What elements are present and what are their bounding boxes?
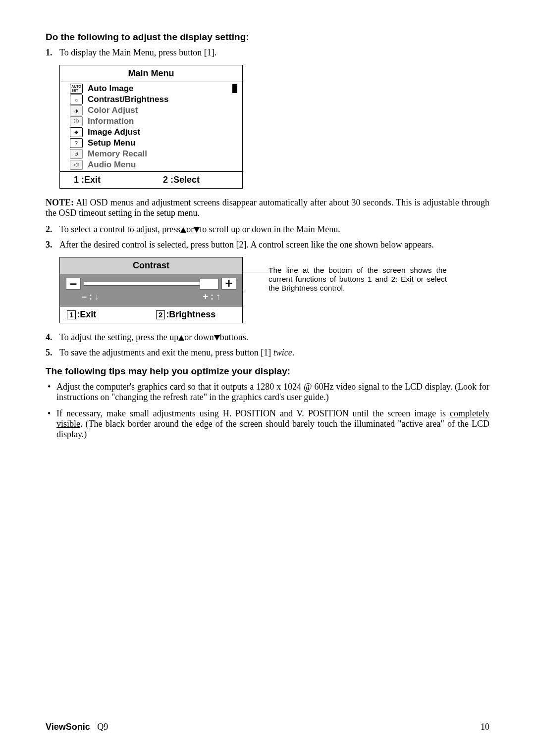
auto-set-icon: AUTOSET — [70, 84, 83, 94]
image-adjust-icon: ✥ — [70, 127, 83, 137]
contrast-title: Contrast — [60, 257, 242, 274]
step-4-text-a: To adjust the setting, press the up — [59, 332, 178, 342]
minus-icon: – — [66, 278, 81, 290]
menu-item-image-adjust: ✥ Image Adjust — [70, 127, 242, 138]
tip-1-text: Adjust the computer's graphics card so t… — [56, 382, 489, 402]
menu-label: Auto Image — [88, 84, 134, 94]
step-1-num: 1. — [46, 48, 53, 58]
contrast-footer: 1:Exit 2:Brightness — [60, 306, 242, 323]
info-icon: ⓘ — [70, 116, 83, 126]
step-2: 2. To select a control to adjust, presso… — [46, 224, 489, 235]
page-footer: ViewSonic Q9 10 — [46, 722, 489, 732]
exit-label: :Exit — [77, 309, 96, 319]
menu-label: Contrast/Brightness — [88, 95, 168, 104]
footer-select: 2 :Select — [143, 175, 232, 185]
step-5-num: 5. — [46, 348, 53, 358]
callout-text: The line at the bottom of the screen sho… — [268, 266, 447, 293]
menu-label: Audio Menu — [88, 160, 136, 170]
menu-label: Information — [88, 116, 134, 126]
step-2-text-a: To select a control to adjust, press — [59, 224, 180, 234]
step-3-num: 3. — [46, 240, 53, 250]
contrast-footer-exit: 1:Exit — [67, 309, 146, 320]
triangle-up-icon — [180, 227, 186, 233]
footer-exit: 1 :Exit — [74, 175, 143, 185]
color-icon: ⬗ — [70, 105, 83, 115]
footer-page: 10 — [481, 722, 489, 732]
step-3: 3. After the desired control is selected… — [46, 240, 489, 250]
menu-label: Setup Menu — [88, 138, 135, 148]
step-5-text-b: twice — [273, 348, 292, 357]
note-text: All OSD menus and adjustment screens dis… — [46, 198, 489, 218]
brightness-label: :Brightness — [166, 309, 215, 319]
footer-model: Q9 — [97, 722, 108, 732]
triangle-down-icon — [194, 227, 200, 233]
tip-2-text-a: If necessary, make small adjustments usi… — [56, 408, 450, 418]
contrast-box: Contrast – + – : ↓ + : ↑ 1:Exit 2:Bright… — [59, 257, 243, 323]
step-5: 5. To save the adjustments and exit the … — [46, 348, 489, 358]
menu-label: Color Adjust — [88, 105, 138, 115]
key-2-icon: 2 — [156, 310, 165, 319]
menu-label: Memory Recall — [88, 149, 147, 159]
step-4-text-c: buttons. — [220, 332, 249, 342]
step-4-num: 4. — [46, 332, 53, 343]
arrow-down-label: – : ↓ — [82, 292, 99, 302]
step-2-text-b: or — [186, 224, 194, 234]
arrow-row: – : ↓ + : ↑ — [60, 291, 242, 306]
menu-item-info: ⓘ Information — [70, 116, 242, 127]
slider-track — [84, 282, 218, 286]
slider-row: – + — [60, 274, 242, 291]
menu-item-color: ⬗ Color Adjust — [70, 105, 242, 116]
triangle-up-icon — [178, 335, 184, 341]
plus-icon: + — [221, 278, 236, 290]
main-menu-box: Main Menu AUTOSET Auto Image ☼ Contrast/… — [59, 65, 243, 189]
heading-adjust: Do the following to adjust the display s… — [46, 32, 489, 43]
note-label: NOTE: — [46, 198, 74, 207]
contrast-wrapper: Contrast – + – : ↓ + : ↑ 1:Exit 2:Bright… — [59, 257, 489, 323]
note-paragraph: NOTE: All OSD menus and adjustment scree… — [46, 198, 489, 218]
heading-tips: The following tips may help you optimize… — [46, 366, 489, 377]
triangle-down-icon — [214, 335, 220, 341]
step-3-text: After the desired control is selected, p… — [59, 240, 434, 250]
menu-item-setup: ? Setup Menu — [70, 138, 242, 149]
step-2-num: 2. — [46, 224, 53, 235]
step-1-text: To display the Main Menu, press button [… — [59, 48, 216, 57]
step-5-text-a: To save the adjustments and exit the men… — [59, 348, 273, 357]
menu-label: Image Adjust — [88, 127, 140, 137]
selection-indicator — [232, 84, 237, 93]
question-icon: ? — [70, 138, 83, 148]
main-menu-items: AUTOSET Auto Image ☼ Contrast/Brightness… — [60, 82, 242, 171]
step-2-text-c: to scroll up or down in the Main Menu. — [200, 224, 340, 234]
contrast-footer-brightness: 2:Brightness — [146, 309, 235, 320]
menu-item-audio: ◁⦀ Audio Menu — [70, 159, 242, 170]
tip-1: Adjust the computer's graphics card so t… — [46, 382, 489, 403]
footer-brand: ViewSonic — [46, 722, 90, 732]
brightness-icon: ☼ — [70, 95, 83, 104]
key-1-icon: 1 — [67, 310, 76, 319]
step-4: 4. To adjust the setting, press the upor… — [46, 332, 489, 343]
recall-icon: ↺ — [70, 149, 83, 159]
step-1: 1. To display the Main Menu, press butto… — [46, 48, 489, 58]
menu-item-memory: ↺ Memory Recall — [70, 149, 242, 159]
step-5-text-c: . — [292, 348, 295, 357]
contrast-body: – + – : ↓ + : ↑ — [60, 274, 242, 306]
slider-thumb — [200, 279, 218, 290]
audio-icon: ◁⦀ — [70, 160, 83, 170]
arrow-up-label: + : ↑ — [203, 292, 220, 302]
tip-2: If necessary, make small adjustments usi… — [46, 408, 489, 440]
main-menu-footer: 1 :Exit 2 :Select — [60, 171, 242, 188]
menu-item-auto-image: AUTOSET Auto Image — [70, 83, 242, 94]
tip-2-text-c: . (The black border around the edge of t… — [56, 419, 489, 439]
menu-item-contrast: ☼ Contrast/Brightness — [70, 94, 242, 105]
step-4-text-b: or down — [184, 332, 214, 342]
main-menu-title: Main Menu — [60, 65, 242, 82]
footer-left: ViewSonic Q9 — [46, 722, 108, 732]
